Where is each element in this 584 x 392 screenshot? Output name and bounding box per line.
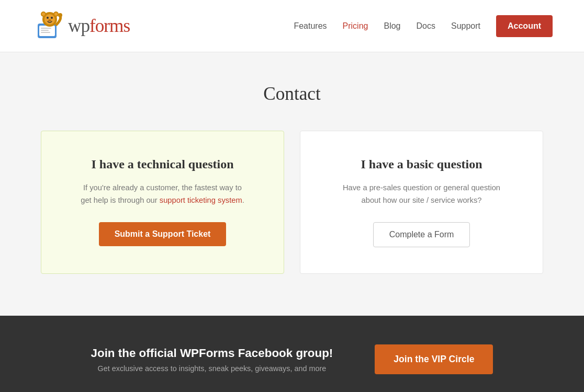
nav-pricing[interactable]: Pricing (343, 21, 368, 31)
nav-docs[interactable]: Docs (417, 21, 435, 31)
main-content: Contact I have a technical question If y… (0, 52, 584, 316)
bear-mascot-icon (31, 8, 68, 44)
nav-support[interactable]: Support (451, 21, 480, 31)
svg-rect-3 (41, 30, 49, 31)
technical-question-card: I have a technical question If you're al… (41, 131, 284, 274)
svg-point-9 (54, 13, 58, 16)
svg-point-14 (58, 13, 62, 17)
account-button[interactable]: Account (496, 15, 553, 37)
basic-question-card: I have a basic question Have a pre-sales… (300, 131, 543, 274)
logo: wpforms (31, 8, 130, 44)
complete-form-button[interactable]: Complete a Form (373, 222, 470, 247)
footer-text-block: Join the official WPForms Facebook group… (91, 347, 333, 373)
logo-text: wpforms (68, 16, 130, 37)
svg-rect-2 (41, 28, 51, 29)
header: wpforms Features Pricing Blog Docs Suppo… (0, 0, 584, 52)
svg-point-11 (47, 17, 49, 19)
basic-card-description: Have a pre-sales question or general que… (338, 182, 506, 206)
technical-card-description: If you're already a customer, the fastes… (79, 182, 246, 206)
basic-card-title: I have a basic question (361, 157, 482, 171)
svg-point-13 (48, 19, 51, 21)
submit-ticket-button[interactable]: Submit a Support Ticket (99, 222, 227, 246)
footer-banner: Join the official WPForms Facebook group… (0, 316, 584, 392)
cards-row: I have a technical question If you're al… (41, 131, 543, 274)
page-title: Contact (31, 84, 553, 105)
svg-point-8 (42, 13, 45, 16)
footer-subtitle: Get exclusive access to insights, sneak … (91, 364, 333, 373)
main-nav: Features Pricing Blog Docs Support Accou… (294, 15, 553, 37)
vip-circle-button[interactable]: Join the VIP Circle (375, 344, 493, 374)
nav-features[interactable]: Features (294, 21, 327, 31)
technical-card-title: I have a technical question (91, 157, 233, 171)
nav-blog[interactable]: Blog (384, 21, 400, 31)
svg-point-12 (51, 17, 53, 19)
footer-title: Join the official WPForms Facebook group… (91, 347, 333, 360)
svg-rect-4 (41, 32, 50, 33)
